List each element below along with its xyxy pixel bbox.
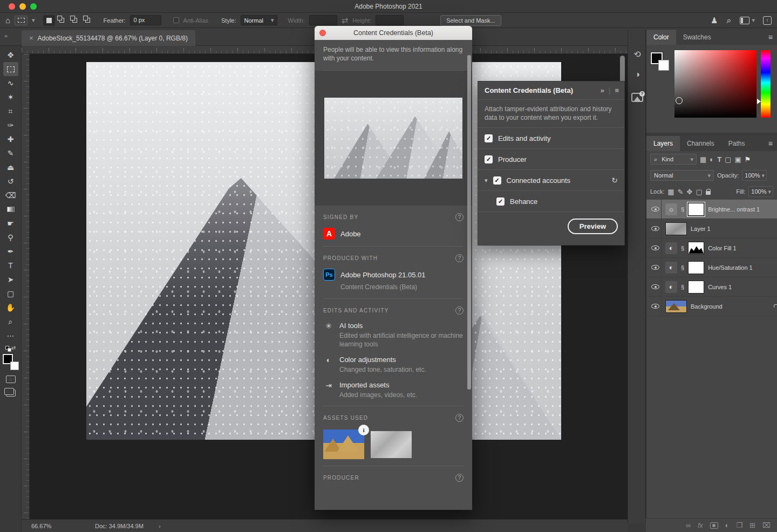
healing-brush-tool[interactable]: ✚ bbox=[3, 132, 18, 146]
blend-mode-select[interactable]: Normal▾ bbox=[650, 170, 714, 181]
asset-info-badge[interactable]: i bbox=[358, 425, 369, 435]
dodge-tool[interactable]: ⚲ bbox=[3, 230, 18, 244]
select-and-mask-button[interactable]: Select and Mask... bbox=[440, 15, 501, 26]
color-gradient-field[interactable] bbox=[674, 50, 756, 118]
layers-panel-menu-icon[interactable]: ≡ bbox=[768, 139, 773, 148]
height-input[interactable] bbox=[376, 15, 404, 25]
lock-position-icon[interactable]: ✥ bbox=[687, 188, 693, 196]
connected-accounts-checkbox[interactable]: ✓ bbox=[493, 176, 501, 185]
capture-person-icon[interactable]: ♟ bbox=[711, 16, 718, 24]
assets-used-help-icon[interactable]: ? bbox=[455, 414, 464, 422]
filter-pixel-layers-icon[interactable]: ▦ bbox=[700, 155, 706, 163]
layer-name[interactable]: Background bbox=[691, 303, 723, 310]
pen-tool[interactable]: ✒ bbox=[3, 244, 18, 258]
screen-mode-button[interactable] bbox=[6, 390, 16, 397]
move-tool[interactable]: ✥ bbox=[3, 48, 18, 62]
delete-layer-icon[interactable]: ⌧ bbox=[762, 521, 771, 529]
add-layer-mask-icon[interactable] bbox=[710, 522, 718, 529]
producer-checkbox[interactable]: ✓ bbox=[485, 155, 493, 163]
tab-paths[interactable]: Paths bbox=[721, 136, 752, 151]
lock-image-pixels-icon[interactable]: ✎ bbox=[678, 188, 684, 196]
visibility-toggle[interactable] bbox=[650, 258, 662, 277]
signed-by-help-icon[interactable]: ? bbox=[455, 213, 464, 221]
layer-effects-icon[interactable]: fx bbox=[698, 522, 703, 529]
eyedropper-tool[interactable]: ✑ bbox=[3, 118, 18, 132]
rectangle-shape-tool[interactable]: ▢ bbox=[3, 287, 18, 301]
edits-activity-checkbox[interactable]: ✓ bbox=[485, 134, 493, 142]
rectangular-marquee-tool[interactable] bbox=[3, 62, 18, 76]
produced-with-help-icon[interactable]: ? bbox=[455, 254, 464, 262]
home-icon[interactable]: ⌂ bbox=[5, 16, 10, 24]
layer-mask-thumbnail[interactable] bbox=[688, 203, 704, 216]
crop-tool[interactable]: ⌗ bbox=[3, 104, 18, 118]
new-adjustment-layer-icon[interactable]: ◐ bbox=[725, 521, 730, 529]
status-chevron-icon[interactable]: › bbox=[159, 523, 161, 529]
intersect-selection-button[interactable] bbox=[82, 15, 94, 26]
tab-color[interactable]: Color bbox=[646, 30, 676, 45]
refresh-icon[interactable]: ↻ bbox=[611, 176, 618, 185]
gradient-tool[interactable] bbox=[3, 202, 18, 216]
background-color-chip[interactable] bbox=[10, 362, 19, 370]
eraser-tool[interactable]: ⌫ bbox=[3, 188, 18, 202]
brush-tool[interactable]: ✎ bbox=[3, 146, 18, 160]
tab-overflow-icon[interactable]: » bbox=[4, 32, 7, 39]
new-group-icon[interactable]: ❐ bbox=[736, 521, 742, 529]
magic-wand-tool[interactable]: ✶ bbox=[3, 90, 18, 104]
layer-row-layer1[interactable]: Layer 1 bbox=[646, 219, 777, 238]
layer-name[interactable]: Curves 1 bbox=[708, 284, 732, 290]
fill-field[interactable]: 100%▾ bbox=[748, 186, 773, 197]
filter-smart-objects-icon[interactable]: ▣ bbox=[734, 155, 741, 163]
connected-accounts-chevron-icon[interactable]: ▾ bbox=[485, 177, 488, 184]
adjustment-layer-icon[interactable]: ◐ bbox=[665, 281, 677, 293]
layer-row-hue-saturation[interactable]: ◐ § Hue/Saturation 1 bbox=[646, 258, 777, 277]
zoom-tool[interactable]: ⌕ bbox=[3, 315, 18, 329]
type-tool[interactable]: T bbox=[3, 258, 18, 272]
content-credentials-panel-icon[interactable]: ? bbox=[628, 88, 646, 106]
visibility-toggle[interactable] bbox=[650, 277, 662, 296]
width-input[interactable] bbox=[309, 15, 337, 25]
style-select[interactable]: Normal▾ bbox=[241, 15, 277, 25]
adjustment-layer-icon[interactable]: ◐ bbox=[665, 262, 677, 274]
layer-row-background[interactable]: Background bbox=[646, 297, 777, 316]
hue-slider[interactable] bbox=[761, 50, 771, 118]
lasso-tool[interactable]: ∿ bbox=[3, 76, 18, 90]
smudge-tool[interactable]: ☛ bbox=[3, 216, 18, 230]
color-cursor[interactable] bbox=[676, 97, 683, 104]
visibility-toggle[interactable] bbox=[650, 200, 662, 219]
path-selection-tool[interactable]: ➤ bbox=[3, 272, 18, 287]
properties-panel-icon[interactable]: ◑ bbox=[628, 65, 646, 84]
cc-option-connected-accounts[interactable]: ▾ ✓ Connected accounts ↻ bbox=[478, 170, 624, 191]
add-to-selection-button[interactable] bbox=[56, 15, 68, 26]
dialog-scrollbar[interactable] bbox=[467, 55, 471, 390]
visibility-toggle[interactable] bbox=[650, 238, 662, 257]
edit-toolbar-button[interactable]: ⋯ bbox=[3, 329, 18, 343]
layer-mask-thumbnail[interactable] bbox=[688, 281, 704, 294]
layer-name[interactable]: Brightne... ontrast 1 bbox=[708, 206, 760, 213]
search-icon[interactable]: ⌕ bbox=[727, 16, 732, 25]
tool-preset-chevron-icon[interactable]: ▾ bbox=[32, 17, 35, 24]
asset-thumbnail-pyramids[interactable]: i bbox=[323, 429, 364, 459]
layer-mask-thumbnail[interactable] bbox=[688, 261, 704, 274]
cc-option-edits-activity[interactable]: ✓ Edits and activity bbox=[478, 128, 624, 149]
swap-colors-control[interactable]: ⇄ bbox=[5, 345, 16, 351]
tab-swatches[interactable]: Swatches bbox=[676, 30, 718, 45]
layer-mask-thumbnail[interactable] bbox=[688, 242, 704, 255]
history-brush-tool[interactable]: ↺ bbox=[3, 174, 18, 188]
filter-pin-icon[interactable]: ⚑ bbox=[745, 155, 751, 163]
brightness-contrast-icon[interactable]: ☼ bbox=[665, 203, 677, 215]
share-icon[interactable]: ↑ bbox=[763, 16, 772, 25]
anti-alias-checkbox[interactable] bbox=[173, 17, 179, 23]
layer-row-brightness-contrast[interactable]: ☼ § Brightne... ontrast 1 bbox=[646, 200, 777, 219]
visibility-toggle[interactable] bbox=[650, 219, 662, 238]
producer-help-icon[interactable]: ? bbox=[455, 474, 464, 482]
preview-button[interactable]: Preview bbox=[568, 219, 618, 234]
visibility-toggle[interactable] bbox=[650, 297, 662, 316]
new-selection-button[interactable] bbox=[43, 15, 55, 26]
filter-type-layers-icon[interactable]: T bbox=[717, 155, 721, 163]
tool-preset-marquee[interactable] bbox=[15, 16, 28, 25]
asset-thumbnail-clouds[interactable] bbox=[371, 431, 412, 458]
layer-name[interactable]: Color Fill 1 bbox=[708, 245, 737, 251]
layer-row-curves[interactable]: ◐ § Curves 1 bbox=[646, 277, 777, 297]
layer-name[interactable]: Hue/Saturation 1 bbox=[708, 264, 753, 271]
swap-dimensions-icon[interactable]: ⇄ bbox=[342, 16, 349, 24]
